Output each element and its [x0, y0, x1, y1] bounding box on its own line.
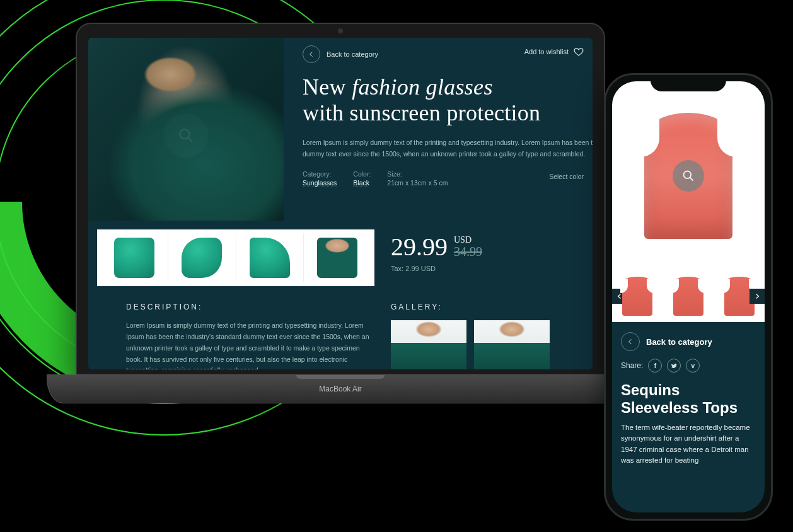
laptop-mockup: Back to category Add to wishlist New fas…	[76, 23, 605, 376]
spec-color: Color: Black	[353, 170, 371, 187]
carousel-next-button[interactable]	[750, 289, 765, 304]
phone-product-description: The term wife-beater reportedly became s…	[612, 419, 765, 470]
price-old: 34.99	[454, 245, 482, 258]
laptop-camera-dot	[338, 28, 343, 33]
add-to-wishlist[interactable]: Add to wishlist	[524, 47, 584, 57]
share-vimeo-icon[interactable]: v	[686, 359, 700, 373]
phone-thumbnails	[612, 270, 765, 322]
phone-hero-image[interactable]	[612, 81, 765, 270]
share-twitter-icon[interactable]	[667, 359, 681, 373]
gallery-tile[interactable]	[391, 320, 466, 369]
description-body: Lorem Ipsum is simply dummy text of the …	[126, 320, 372, 369]
laptop-screen: Back to category Add to wishlist New fas…	[88, 38, 593, 369]
description-heading: DESCRIPTION:	[126, 303, 202, 311]
product-short-description: Lorem Ipsum is simply dummy text of the …	[303, 137, 593, 160]
svg-line-6	[690, 178, 693, 181]
back-label: Back to category	[327, 50, 378, 58]
phone-notch	[651, 75, 726, 91]
thumb-image	[114, 238, 154, 278]
thumb-image	[673, 277, 703, 316]
share-label: Share:	[621, 361, 643, 370]
phone-back-label: Back to category	[646, 337, 712, 347]
zoom-button[interactable]	[673, 160, 704, 192]
spec-size-value: 21cm x 13cm x 5 cm	[387, 179, 448, 187]
laptop-base: MacBook Air	[47, 374, 634, 403]
product-thumbnail[interactable]	[168, 233, 236, 282]
phone-thumbnail[interactable]	[663, 274, 714, 318]
select-color-label[interactable]: Select color	[549, 173, 584, 180]
arrow-left-icon	[627, 338, 634, 345]
tax-line: Tax: 2.99 USD	[391, 265, 436, 272]
back-arrow-button[interactable]	[303, 45, 320, 63]
thumb-image	[182, 238, 222, 278]
arrow-left-icon	[308, 50, 315, 58]
phone-mockup: Back to category Share: f v Sequins Slee…	[604, 73, 773, 521]
phone-share-row: Share: f v	[612, 356, 765, 379]
product-thumbnails	[97, 229, 374, 286]
product-gallery	[391, 320, 550, 369]
price-currency: USD	[454, 236, 482, 245]
product-thumbnail[interactable]	[304, 233, 371, 282]
back-arrow-button[interactable]	[621, 332, 640, 351]
product-thumbnail[interactable]	[236, 233, 304, 282]
spec-category-value[interactable]: Sunglasses	[303, 179, 337, 187]
svg-point-5	[684, 171, 692, 179]
product-price: 29.99 USD 34.99	[391, 232, 482, 262]
phone-screen: Back to category Share: f v Sequins Slee…	[612, 81, 765, 512]
spec-size: Size: 21cm x 13cm x 5 cm	[387, 170, 448, 187]
gallery-heading: GALLERY:	[391, 303, 443, 311]
svg-point-3	[180, 129, 189, 139]
product-title: New fashion glasses with sunscreen prote…	[303, 74, 593, 127]
thumb-image	[317, 238, 357, 278]
svg-line-4	[188, 137, 192, 142]
back-to-category[interactable]: Back to category	[303, 45, 378, 63]
price-current: 29.99	[391, 232, 448, 262]
zoom-button[interactable]	[164, 113, 208, 158]
magnifier-icon	[178, 127, 194, 144]
heart-icon	[574, 47, 584, 57]
phone-back-to-category[interactable]: Back to category	[612, 322, 765, 356]
product-hero-image[interactable]	[88, 38, 284, 221]
spec-color-value[interactable]: Black	[353, 179, 369, 187]
gallery-tile[interactable]	[474, 320, 550, 369]
product-specs: Category: Sunglasses Color: Black Size: …	[303, 170, 448, 187]
wishlist-label: Add to wishlist	[524, 48, 569, 55]
thumb-image	[622, 277, 652, 316]
phone-product-title: Sequins Sleeveless Tops	[612, 379, 765, 419]
share-facebook-icon[interactable]: f	[648, 359, 662, 373]
product-thumbnail[interactable]	[101, 233, 168, 282]
laptop-model-label: MacBook Air	[319, 385, 361, 393]
thumb-image	[250, 238, 290, 278]
arrow-right-icon	[753, 292, 761, 300]
magnifier-icon	[682, 170, 695, 182]
spec-category: Category: Sunglasses	[303, 170, 337, 187]
